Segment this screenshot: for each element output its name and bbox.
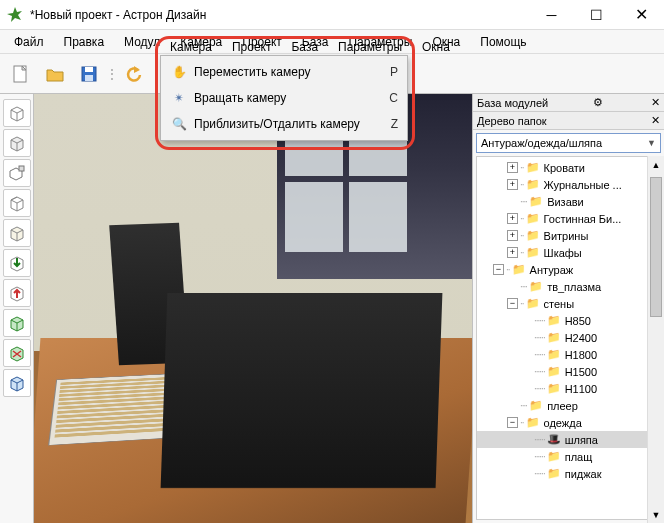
box-tool-4[interactable] [3, 189, 31, 217]
folder-icon: 📁 [526, 179, 540, 191]
folder-icon: 📁 [547, 315, 561, 327]
menu-project[interactable]: Проект [222, 38, 282, 56]
box-tool-2[interactable] [3, 129, 31, 157]
tree-item[interactable]: H1500 [563, 366, 599, 378]
folder-icon: 📁 [547, 451, 561, 463]
tree-item[interactable]: Антураж [528, 264, 576, 276]
scroll-thumb[interactable] [650, 177, 662, 317]
panel-title-tree: Дерево папок [477, 115, 547, 127]
shortcut-key: C [379, 91, 398, 105]
close-panel-icon[interactable]: ✕ [651, 114, 660, 127]
zoom-icon: 🔍 [170, 117, 188, 131]
folder-icon: 📁 [526, 298, 540, 310]
menu-windows[interactable]: Окна [412, 38, 460, 56]
dropdown-item-zoom[interactable]: 🔍 Приблизить/Отдалить камеру Z [164, 111, 404, 137]
expand-icon[interactable]: + [507, 179, 518, 190]
folder-icon: 📁 [529, 281, 543, 293]
expand-icon[interactable]: + [507, 162, 518, 173]
svg-rect-14 [19, 166, 24, 171]
box-tool-5[interactable] [3, 219, 31, 247]
close-panel-icon[interactable]: ✕ [651, 96, 660, 109]
scroll-up-icon[interactable]: ▲ [648, 156, 664, 173]
collapse-icon[interactable]: − [507, 417, 518, 428]
left-toolbar [0, 94, 34, 523]
submenu-bar: Камера Проект База Параметры Окна [160, 38, 460, 56]
expand-icon[interactable]: + [507, 247, 518, 258]
folder-icon: 📁 [526, 162, 540, 174]
folder-icon: 📁 [526, 417, 540, 429]
viewport-3d[interactable] [34, 94, 472, 523]
workarea: База модулей ⚙ ✕ Дерево папок ✕ Антураж/… [0, 94, 664, 523]
tree-item[interactable]: H2400 [563, 332, 599, 344]
svg-rect-5 [85, 75, 93, 81]
tree-item[interactable]: Журнальные ... [542, 179, 624, 191]
import-tool[interactable] [3, 249, 31, 277]
tree-item-selected[interactable]: шляпа [563, 434, 600, 446]
svg-rect-4 [85, 67, 93, 72]
undo-button[interactable] [119, 59, 149, 89]
blue-box-tool[interactable] [3, 369, 31, 397]
folder-tree[interactable]: +··📁Кровати +··📁Журнальные ... ····📁Виза… [476, 156, 661, 520]
folder-icon: 📁 [547, 349, 561, 361]
folder-icon: 📁 [529, 196, 543, 208]
scrollbar-vertical[interactable]: ▲ ▼ [647, 156, 664, 523]
export-tool[interactable] [3, 279, 31, 307]
minimize-button[interactable]: ─ [529, 0, 574, 29]
collapse-icon[interactable]: − [493, 264, 504, 275]
path-combo[interactable]: Антураж/одежда/шляпа ▼ [476, 133, 661, 153]
tree-item[interactable]: H1800 [563, 349, 599, 361]
tree-item[interactable]: Витрины [542, 230, 591, 242]
close-button[interactable]: ✕ [619, 0, 664, 29]
tree-item[interactable]: пиджак [563, 468, 604, 480]
menu-camera[interactable]: Камера [160, 38, 222, 56]
dropdown-item-move[interactable]: ✋ Переместить камеру P [164, 59, 404, 85]
panel-header-db: База модулей ⚙ ✕ [473, 94, 664, 112]
tree-item[interactable]: Гостинная Би... [542, 213, 624, 225]
expand-icon[interactable]: + [507, 230, 518, 241]
menu-params[interactable]: Параметры [328, 38, 412, 56]
menu-help[interactable]: Помощь [470, 32, 536, 52]
collapse-icon[interactable]: − [507, 298, 518, 309]
tree-item[interactable]: плеер [545, 400, 580, 412]
svg-marker-6 [134, 66, 140, 73]
folder-icon: 📁 [547, 383, 561, 395]
folder-icon: 📁 [526, 230, 540, 242]
tree-item[interactable]: Визави [545, 196, 586, 208]
menu-file[interactable]: Файл [4, 32, 54, 52]
tree-item[interactable]: Кровати [542, 162, 587, 174]
maximize-button[interactable]: ☐ [574, 0, 619, 29]
camera-dropdown: ✋ Переместить камеру P ✴ Вращать камеру … [160, 55, 408, 141]
new-button[interactable] [6, 59, 36, 89]
window-title: *Новый проект - Астрон Дизайн [30, 8, 529, 22]
folder-icon: 📁 [547, 468, 561, 480]
dropdown-label: Вращать камеру [188, 91, 379, 105]
rotate-icon: ✴ [170, 91, 188, 105]
expand-icon[interactable]: + [507, 213, 518, 224]
tree-item[interactable]: H850 [563, 315, 593, 327]
dropdown-item-rotate[interactable]: ✴ Вращать камеру C [164, 85, 404, 111]
open-button[interactable] [40, 59, 70, 89]
tree-item[interactable]: плащ [563, 451, 595, 463]
menu-base[interactable]: База [281, 38, 328, 56]
folder-icon: 📁 [547, 332, 561, 344]
tree-item[interactable]: H1100 [563, 383, 599, 395]
gear-icon[interactable]: ⚙ [593, 96, 603, 109]
titlebar: *Новый проект - Астрон Дизайн ─ ☐ ✕ [0, 0, 664, 30]
box-tool-3[interactable] [3, 159, 31, 187]
hat-icon: 🎩 [547, 434, 561, 446]
green-box-x-tool[interactable] [3, 339, 31, 367]
tree-item[interactable]: тв_плазма [545, 281, 603, 293]
dropdown-label: Приблизить/Отдалить камеру [188, 117, 381, 131]
tree-item[interactable]: одежда [542, 417, 584, 429]
menu-edit[interactable]: Правка [54, 32, 115, 52]
folder-icon: 📁 [512, 264, 526, 276]
chevron-down-icon: ▼ [647, 138, 656, 148]
scroll-down-icon[interactable]: ▼ [648, 506, 664, 523]
tree-item[interactable]: стены [542, 298, 577, 310]
tree-item[interactable]: Шкафы [542, 247, 584, 259]
shortcut-key: Z [381, 117, 398, 131]
save-button[interactable] [74, 59, 104, 89]
green-box-tool[interactable] [3, 309, 31, 337]
box-tool-1[interactable] [3, 99, 31, 127]
panel-header-tree: Дерево папок ✕ [473, 112, 664, 130]
